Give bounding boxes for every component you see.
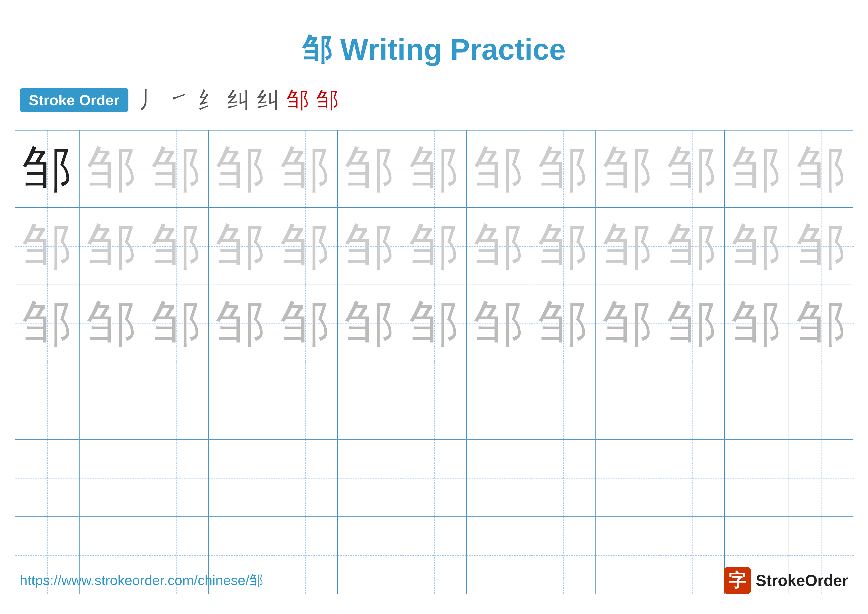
grid-cell-r3-c2[interactable]: 邹 [80, 285, 144, 362]
grid-cell-r1-c11[interactable]: 邹 [660, 131, 725, 207]
grid-cell-r3-c1[interactable]: 邹 [16, 285, 80, 362]
grid-cell-r4-c1[interactable] [16, 362, 80, 439]
grid-cell-r2-c4[interactable]: 邹 [209, 208, 273, 284]
grid-cell-r1-c10[interactable]: 邹 [595, 131, 660, 207]
grid-cell-r4-c13[interactable] [789, 362, 854, 439]
stroke-1: 丿 [138, 85, 161, 115]
strokeorder-logo-icon: 字 [724, 567, 751, 594]
grid-cell-r1-c9[interactable]: 邹 [531, 131, 596, 207]
grid-row-2: 邹 邹 邹 邹 邹 邹 邹 邹 邹 邹 邹 邹 邹 [16, 208, 852, 285]
grid-cell-r1-c1[interactable]: 邹 [16, 131, 80, 207]
grid-cell-r2-c9[interactable]: 邹 [531, 208, 596, 284]
stroke-order-badge: Stroke Order [20, 88, 129, 112]
footer-logo-text: StrokeOrder [756, 571, 848, 590]
stroke-4: 纠 [227, 85, 250, 115]
grid-cell-r4-c5[interactable] [273, 362, 338, 439]
practice-grid: 邹 邹 邹 邹 邹 邹 邹 邹 邹 邹 邹 邹 邹 邹 邹 邹 邹 邹 邹 邹 … [15, 130, 853, 594]
grid-row-3: 邹 邹 邹 邹 邹 邹 邹 邹 邹 邹 邹 邹 邹 [16, 285, 852, 362]
grid-cell-r5-c13[interactable] [789, 440, 854, 516]
grid-cell-r3-c4[interactable]: 邹 [209, 285, 273, 362]
grid-cell-r3-c11[interactable]: 邹 [660, 285, 725, 362]
grid-cell-r4-c6[interactable] [338, 362, 402, 439]
grid-cell-r5-c11[interactable] [660, 440, 725, 516]
grid-cell-r3-c13[interactable]: 邹 [789, 285, 854, 362]
grid-cell-r5-c2[interactable] [80, 440, 144, 516]
footer: https://www.strokeorder.com/chinese/邹 字 … [0, 567, 868, 594]
grid-cell-r5-c1[interactable] [16, 440, 80, 516]
grid-cell-r1-c6[interactable]: 邹 [338, 131, 402, 207]
grid-cell-r4-c8[interactable] [467, 362, 531, 439]
grid-cell-r4-c4[interactable] [209, 362, 273, 439]
grid-cell-r2-c5[interactable]: 邹 [273, 208, 338, 284]
grid-cell-r4-c3[interactable] [144, 362, 209, 439]
grid-cell-r2-c3[interactable]: 邹 [144, 208, 209, 284]
grid-cell-r3-c5[interactable]: 邹 [273, 285, 338, 362]
stroke-sequence: 丿 ㇀ 纟 纠 纠 邹 邹 [138, 85, 339, 115]
grid-cell-r2-c2[interactable]: 邹 [80, 208, 144, 284]
grid-cell-r5-c4[interactable] [209, 440, 273, 516]
grid-row-1: 邹 邹 邹 邹 邹 邹 邹 邹 邹 邹 邹 邹 邹 [16, 131, 852, 208]
grid-cell-r1-c12[interactable]: 邹 [725, 131, 789, 207]
grid-cell-r4-c7[interactable] [402, 362, 467, 439]
footer-url[interactable]: https://www.strokeorder.com/chinese/邹 [20, 571, 263, 590]
grid-cell-r5-c8[interactable] [467, 440, 531, 516]
grid-cell-r4-c9[interactable] [531, 362, 596, 439]
grid-cell-r4-c10[interactable] [595, 362, 660, 439]
grid-cell-r5-c9[interactable] [531, 440, 596, 516]
grid-cell-r2-c11[interactable]: 邹 [660, 208, 725, 284]
grid-row-5 [16, 440, 852, 517]
grid-cell-r5-c5[interactable] [273, 440, 338, 516]
grid-cell-r5-c6[interactable] [338, 440, 402, 516]
grid-cell-r1-c3[interactable]: 邹 [144, 131, 209, 207]
grid-row-4 [16, 362, 852, 440]
grid-cell-r5-c7[interactable] [402, 440, 467, 516]
footer-logo: 字 StrokeOrder [724, 567, 848, 594]
grid-cell-r4-c12[interactable] [725, 362, 789, 439]
grid-cell-r5-c3[interactable] [144, 440, 209, 516]
grid-cell-r1-c13[interactable]: 邹 [789, 131, 854, 207]
stroke-order-row: Stroke Order 丿 ㇀ 纟 纠 纠 邹 邹 [0, 85, 868, 115]
stroke-6: 邹 [287, 85, 309, 115]
stroke-2: ㇀ [168, 85, 190, 115]
grid-cell-r5-c12[interactable] [725, 440, 789, 516]
grid-cell-r4-c11[interactable] [660, 362, 725, 439]
grid-cell-r5-c10[interactable] [595, 440, 660, 516]
grid-cell-r3-c9[interactable]: 邹 [531, 285, 596, 362]
grid-cell-r1-c2[interactable]: 邹 [80, 131, 144, 207]
grid-cell-r2-c7[interactable]: 邹 [402, 208, 467, 284]
grid-cell-r2-c8[interactable]: 邹 [467, 208, 531, 284]
grid-cell-r2-c10[interactable]: 邹 [595, 208, 660, 284]
grid-cell-r1-c4[interactable]: 邹 [209, 131, 273, 207]
grid-cell-r2-c12[interactable]: 邹 [725, 208, 789, 284]
grid-cell-r2-c13[interactable]: 邹 [789, 208, 854, 284]
grid-cell-r1-c5[interactable]: 邹 [273, 131, 338, 207]
stroke-5: 纠 [257, 85, 279, 115]
stroke-3: 纟 [198, 85, 220, 115]
page-title: 邹 Writing Practice [0, 0, 868, 85]
grid-cell-r3-c10[interactable]: 邹 [595, 285, 660, 362]
grid-cell-r3-c6[interactable]: 邹 [338, 285, 402, 362]
grid-cell-r1-c7[interactable]: 邹 [402, 131, 467, 207]
grid-cell-r1-c8[interactable]: 邹 [467, 131, 531, 207]
grid-cell-r2-c1[interactable]: 邹 [16, 208, 80, 284]
stroke-7: 邹 [316, 85, 339, 115]
grid-cell-r3-c12[interactable]: 邹 [725, 285, 789, 362]
grid-cell-r3-c3[interactable]: 邹 [144, 285, 209, 362]
grid-cell-r4-c2[interactable] [80, 362, 144, 439]
grid-cell-r2-c6[interactable]: 邹 [338, 208, 402, 284]
grid-cell-r3-c7[interactable]: 邹 [402, 285, 467, 362]
grid-cell-r3-c8[interactable]: 邹 [467, 285, 531, 362]
